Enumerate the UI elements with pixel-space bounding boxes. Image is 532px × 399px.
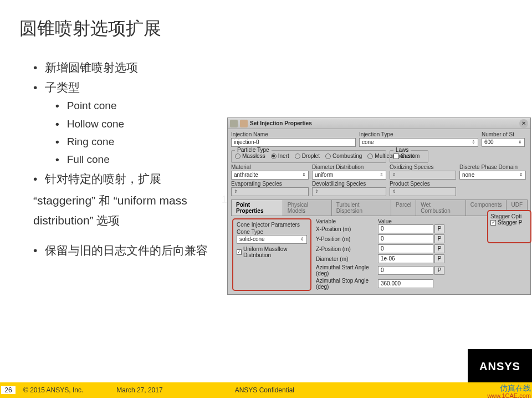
cone-injector-params: Cone Injector Parameters Cone Type solid… xyxy=(232,218,311,291)
p-button[interactable]: P xyxy=(434,224,444,233)
value-input[interactable]: 0 xyxy=(378,266,433,275)
evap-select xyxy=(231,187,309,196)
var-label: Azimuthal Stop Angle (deg) xyxy=(316,278,378,290)
devol-label: Devolatilizing Species xyxy=(312,181,386,187)
sub-bullet: Point cone xyxy=(55,97,222,115)
value-header: Value xyxy=(378,218,392,224)
radio-droplet[interactable]: Droplet xyxy=(295,153,320,159)
particle-type-label: Particle Type xyxy=(235,147,272,153)
diameter-dist-select[interactable]: uniform xyxy=(312,171,386,180)
p-button[interactable]: P xyxy=(434,234,444,243)
dpd-select[interactable]: none xyxy=(459,171,526,180)
tab-wet-combustion[interactable]: Wet Combustion xyxy=(416,200,466,216)
injection-properties-dialog: Set Injection Properties ✕ Injection Nam… xyxy=(227,117,531,295)
radio-combusting[interactable]: Combusting xyxy=(325,153,362,159)
bullet-3: 针对特定的喷射，扩展 xyxy=(33,169,222,189)
radio-inert[interactable]: Inert xyxy=(271,153,289,159)
injection-name-input[interactable]: injection-0 xyxy=(231,138,356,147)
evap-label: Evaporating Species xyxy=(231,181,309,187)
p-button[interactable]: P xyxy=(434,254,444,263)
p-button[interactable]: P xyxy=(434,266,444,275)
laws-group: Laws Custom xyxy=(390,150,428,163)
bullet-4: 保留与旧的日志文件的后向兼容 xyxy=(33,241,222,260)
p-button[interactable]: P xyxy=(434,244,444,253)
confidential-label: ANSYS Confidential xyxy=(235,386,294,394)
value-input[interactable]: 0 xyxy=(378,234,433,243)
dialog-title: Set Injection Properties xyxy=(250,120,312,126)
slide-title: 圆锥喷射选项扩展 xyxy=(0,0,532,41)
tab-parcel[interactable]: Parcel xyxy=(391,200,416,216)
bullet-1: 新增圆锥喷射选项 xyxy=(33,58,222,78)
devol-select xyxy=(312,187,386,196)
prod-select xyxy=(390,187,456,196)
injection-type-select[interactable]: cone xyxy=(359,138,478,147)
var-label: Y-Position (m) xyxy=(316,236,378,242)
num-streams-label: Number of St xyxy=(482,131,525,137)
sub-bullet: Ring cone xyxy=(55,133,222,151)
value-input[interactable]: 360.000 xyxy=(378,279,433,288)
sub-bullet: Hollow cone xyxy=(55,115,222,133)
tab-row: Point Properties Physical Models Turbule… xyxy=(231,200,527,216)
stagger-p-check[interactable]: ✓Stagger P xyxy=(490,219,528,226)
dialog-titlebar: Set Injection Properties ✕ xyxy=(228,118,530,129)
stagger-options: Stagger Opti ✓Stagger P xyxy=(487,210,531,243)
bullet-3-note: “staggering” 和 “uniform mass distributio… xyxy=(33,191,222,230)
diameter-dist-label: Diameter Distribution xyxy=(312,164,386,170)
bullet-2: 子类型 xyxy=(33,78,222,98)
cone-params-label: Cone Injector Parameters xyxy=(237,222,307,228)
footer: 26 © 2015 ANSYS, Inc. March 27, 2017 ANS… xyxy=(0,381,532,399)
footer-date: March 27, 2017 xyxy=(116,386,162,394)
tab-physical-models[interactable]: Physical Models xyxy=(283,200,332,216)
radio-massless[interactable]: Massless xyxy=(235,153,265,159)
custom-check[interactable]: Custom xyxy=(393,153,424,159)
material-label: Material xyxy=(231,164,309,170)
particle-type-group: Particle Type Massless Inert Droplet Com… xyxy=(231,150,386,163)
injection-type-label: Injection Type xyxy=(359,131,478,137)
dpd-label: Discrete Phase Domain xyxy=(459,164,526,170)
laws-label: Laws xyxy=(393,147,411,153)
ansys-logo: ANSYS xyxy=(468,349,532,383)
var-label: Azimuthal Start Angle (deg) xyxy=(316,264,378,277)
uniform-massflow-check[interactable]: ✓Uniform Massflow Distribution xyxy=(237,246,307,258)
oxidizing-label: Oxidizing Species xyxy=(390,164,456,170)
cone-type-label: Cone Type xyxy=(237,229,307,235)
cone-type-select[interactable]: solid-cone xyxy=(237,235,307,244)
dialog-icon xyxy=(230,120,238,127)
copyright: © 2015 ANSYS, Inc. xyxy=(23,386,83,394)
var-label: Z-Position (m) xyxy=(316,246,378,252)
variable-header: Variable xyxy=(316,218,378,224)
material-select[interactable]: anthracite xyxy=(231,171,309,180)
value-input[interactable]: 0 xyxy=(378,224,433,233)
source-credit: 仿真在线 www.1CAE.com xyxy=(487,384,531,399)
var-label: X-Position (m) xyxy=(316,226,378,232)
num-streams-input[interactable]: 600 xyxy=(482,138,525,147)
tab-turbulent-dispersion[interactable]: Turbulent Dispersion xyxy=(331,200,391,216)
sub-bullet: Full cone xyxy=(55,151,222,168)
stagger-opt-label: Stagger Opti xyxy=(490,213,528,219)
oxidizing-select xyxy=(390,171,456,180)
page-number: 26 xyxy=(1,386,16,394)
injection-name-label: Injection Name xyxy=(231,131,356,137)
value-input[interactable]: 1e-06 xyxy=(378,254,433,263)
dialog-icon xyxy=(240,120,248,127)
close-icon[interactable]: ✕ xyxy=(519,119,528,128)
value-input[interactable]: 0 xyxy=(378,244,433,253)
prod-label: Product Species xyxy=(390,181,456,187)
tab-point-properties[interactable]: Point Properties xyxy=(231,200,283,216)
var-label: Diameter (m) xyxy=(316,256,378,262)
bullet-list: 新增圆锥喷射选项 子类型 Point cone Hollow cone Ring… xyxy=(0,41,222,260)
